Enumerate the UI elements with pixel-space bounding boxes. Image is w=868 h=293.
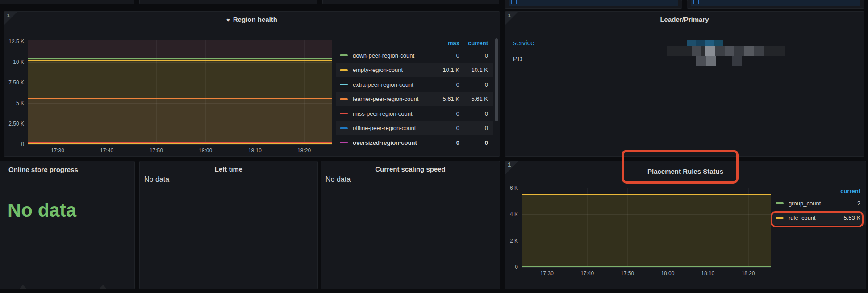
- legend-column-max[interactable]: max: [431, 40, 459, 46]
- region-health-chart[interactable]: 02.50 K5 K7.50 K10 K12.5 K17:3017:4017:5…: [28, 40, 332, 144]
- legend-scrollbar[interactable]: [495, 38, 498, 121]
- panel-title-current-scaling-speed[interactable]: Current scaling speed: [321, 165, 500, 173]
- x-tick-label: 18:20: [297, 147, 311, 154]
- legend-series-label: learner-peer-region-count: [353, 96, 431, 102]
- gridline-vertical: [205, 40, 206, 144]
- heart-icon: ♥: [226, 17, 230, 23]
- info-icon[interactable]: i: [505, 12, 518, 25]
- legend-current-value: 5.53 K: [832, 214, 860, 221]
- info-icon[interactable]: i: [4, 12, 17, 25]
- legend-current-value: 0: [459, 110, 488, 117]
- link-row[interactable]: [691, 0, 860, 6]
- panel-current-scaling-speed: Current scaling speed No data: [321, 161, 500, 289]
- checkbox-icon[interactable]: [693, 0, 699, 4]
- panel-region-health: i ♥Region health 02.50 K5 K7.50 K10 K12.…: [4, 11, 500, 157]
- x-tick-label: 17:30: [51, 147, 64, 154]
- legend-series-swatch: [340, 127, 348, 129]
- link-row[interactable]: [509, 0, 678, 6]
- legend-max-value: 0: [431, 125, 459, 131]
- gridline-vertical: [587, 188, 588, 267]
- series-line: [28, 60, 332, 61]
- x-tick-label: 18:20: [742, 270, 755, 276]
- legend-row-down-peer-region-count[interactable]: down-peer-region-count00: [336, 48, 493, 63]
- gridline-vertical: [748, 188, 749, 267]
- no-data-text: No data: [8, 200, 76, 221]
- grafana-dashboard: i ♥Region health 02.50 K5 K7.50 K10 K12.…: [0, 0, 868, 293]
- legend-row-empty-region-count[interactable]: empty-region-count10.1 K10.1 K: [336, 63, 493, 78]
- legend-series-label: down-peer-region-count: [353, 52, 431, 59]
- no-data-text: No data: [144, 176, 169, 184]
- legend-series-label: rule_count: [789, 214, 832, 221]
- gridline-horizontal: [522, 241, 771, 241]
- legend-column-current[interactable]: current: [459, 40, 488, 46]
- clipped-panel: [322, 0, 499, 4]
- legend-series-swatch: [776, 217, 784, 219]
- legend-current-value: 0: [459, 81, 488, 88]
- legend-max-value: 0: [431, 110, 459, 117]
- y-tick-label: 2 K: [510, 238, 518, 244]
- panel-title-left-time[interactable]: Left time: [140, 165, 317, 173]
- gridline-vertical: [304, 40, 305, 144]
- service-cell: PD: [513, 55, 522, 63]
- x-tick-label: 18:10: [248, 147, 262, 154]
- area-fill: [28, 40, 332, 59]
- legend-row-extra-peer-region-count[interactable]: extra-peer-region-count00: [336, 77, 493, 92]
- legend-series-swatch: [776, 202, 784, 204]
- panel-leader-primary: i Leader/Primary service instance PD: [505, 11, 864, 157]
- y-tick-label: 5 K: [16, 100, 24, 106]
- series-line: [28, 58, 332, 59]
- gridline-vertical: [547, 188, 547, 267]
- gridline-horizontal: [28, 42, 332, 42]
- gridline-horizontal: [522, 188, 771, 188]
- x-tick-label: 17:40: [100, 147, 113, 154]
- legend-max-value: 0: [431, 52, 459, 59]
- legend-series-label: offline-peer-region-count: [353, 125, 431, 131]
- x-tick-label: 18:00: [661, 270, 674, 276]
- panel-title-region-health[interactable]: ♥Region health: [4, 16, 500, 23]
- legend-column-current[interactable]: current: [832, 188, 860, 194]
- info-icon[interactable]: i: [505, 161, 518, 175]
- y-tick-label: 4 K: [510, 211, 518, 218]
- column-header-instance[interactable]: instance: [686, 39, 860, 46]
- y-tick-label: 7.50 K: [8, 80, 24, 86]
- series-line: [28, 143, 332, 144]
- y-tick-label: 0: [515, 264, 518, 270]
- legend-row-oversized-region-count[interactable]: oversized-region-count00: [336, 135, 493, 150]
- column-header-service[interactable]: service: [509, 35, 686, 50]
- legend-row-learner-peer-region-count[interactable]: learner-peer-region-count5.61 K5.61 K: [336, 92, 493, 107]
- legend-current-value: 5.61 K: [459, 96, 488, 102]
- legend-series-swatch: [340, 54, 348, 56]
- legend-row-offline-peer-region-count[interactable]: offline-peer-region-count00: [336, 121, 493, 136]
- legend-current-value: 2: [832, 200, 860, 207]
- checkbox-icon[interactable]: [511, 0, 517, 4]
- gauge-arc: [0, 161, 135, 289]
- legend-series-label: empty-region-count: [353, 67, 431, 73]
- gridline-vertical: [668, 188, 668, 267]
- table-header: service instance: [509, 35, 860, 50]
- legend-current-value: 0: [459, 139, 488, 146]
- gridline-vertical: [107, 40, 107, 144]
- panel-title-online-store-progress[interactable]: Online store progress: [8, 166, 78, 173]
- legend-max-value: 0: [431, 81, 459, 88]
- placement-rules-chart[interactable]: 02 K4 K6 K17:3017:4017:5018:0018:1018:20: [522, 188, 771, 267]
- gridline-vertical: [255, 40, 255, 144]
- table-row: PD: [509, 50, 860, 67]
- legend-row-group_count[interactable]: group_count2: [772, 196, 866, 211]
- series-line: [522, 266, 771, 267]
- legend-series-label: group_count: [789, 200, 832, 207]
- legend-row-miss-peer-region-count[interactable]: miss-peer-region-count00: [336, 106, 493, 121]
- legend-header: maxcurrent: [336, 38, 493, 48]
- legend-series-label: oversized-region-count: [353, 139, 431, 146]
- series-line: [28, 98, 332, 99]
- series-line: [28, 142, 332, 143]
- gridline-horizontal: [28, 62, 332, 63]
- legend-row-rule_count[interactable]: rule_count5.53 K: [772, 211, 866, 226]
- legend-current-value: 0: [459, 52, 488, 59]
- gridline-horizontal: [28, 124, 332, 124]
- y-tick-label: 12.5 K: [8, 38, 24, 45]
- legend-series-swatch: [340, 98, 348, 100]
- gridline-vertical: [708, 188, 708, 267]
- panel-title-leader-primary[interactable]: Leader/Primary: [505, 16, 864, 23]
- panel-title-placement-rules[interactable]: Placement Rules Status: [505, 167, 866, 175]
- gridline-vertical: [627, 188, 628, 267]
